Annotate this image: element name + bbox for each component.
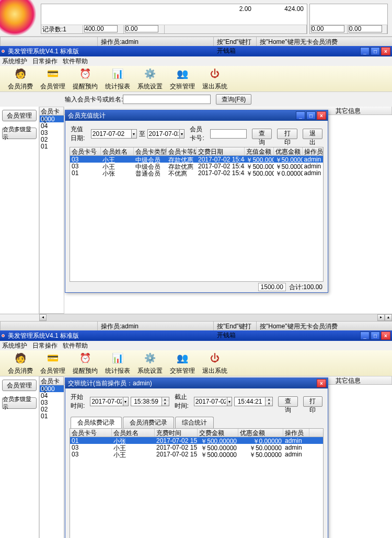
list-item[interactable]: 02 — [40, 136, 64, 143]
toolbar-item[interactable]: 🧑会员消费 — [4, 66, 37, 91]
recharge-grid[interactable]: 会员卡号会员姓名会员卡类型会员卡等级交费日期充值金额优惠金额操作员03小王中级会… — [70, 147, 324, 282]
col-header[interactable]: 会员卡号 — [70, 429, 112, 437]
chevron-down-icon[interactable]: ▾ — [132, 129, 137, 139]
query-button[interactable]: 查询 — [278, 396, 297, 407]
col-header[interactable]: 会员卡号 — [70, 147, 101, 155]
chevron-down-icon[interactable]: ▾ — [227, 397, 232, 406]
list-item[interactable]: 03 — [40, 129, 64, 136]
toolbar-item[interactable]: ⏻退出系统 — [199, 351, 231, 375]
dlg-minimize-button[interactable]: _ — [296, 111, 305, 120]
print-button[interactable]: 打印 — [277, 129, 297, 139]
list-item[interactable]: 0000 — [40, 385, 64, 392]
close-button[interactable]: × — [381, 331, 390, 340]
col-header[interactable]: 交费金额 — [198, 429, 238, 437]
time-down-icon[interactable]: ▾ — [162, 402, 169, 406]
toolbar-item[interactable]: 💳会员管理 — [37, 66, 69, 91]
table-row[interactable]: 03小王2017-07-02 15:43￥500.00000￥50.00000a… — [70, 444, 323, 451]
shift-grid[interactable]: 会员卡号会员姓名充费时间交费金额优惠金额操作员01小张2017-07-02 15… — [70, 428, 324, 538]
sum-a[interactable] — [84, 25, 118, 32]
dlg-maximize-button[interactable]: □ — [306, 111, 316, 120]
side-member-manage[interactable]: 会员管理 — [2, 110, 37, 121]
card-list[interactable]: 会员卡号 0000 04 03 02 01 — [39, 107, 64, 314]
toolbar-item[interactable]: 👥交班管理 — [166, 66, 199, 91]
menu-daily[interactable]: 日常操作 — [32, 57, 57, 66]
search-button[interactable]: 查询(F8) — [216, 94, 251, 105]
scroll-right-icon[interactable]: ▸ — [377, 314, 385, 321]
col-header[interactable]: 会员卡类型 — [134, 147, 167, 155]
table-row[interactable]: 03小王中级会员存款优惠2017-07-02 15:43￥500.00000￥5… — [70, 163, 323, 169]
tab-stats[interactable]: 综合统计 — [175, 417, 214, 428]
time-up-icon[interactable]: ▴ — [266, 397, 272, 402]
toolbar-item[interactable]: 📊统计报表 — [101, 66, 134, 91]
card-input[interactable] — [210, 129, 247, 139]
col-header[interactable]: 会员姓名 — [112, 429, 155, 437]
time-up-icon[interactable]: ▴ — [162, 397, 169, 402]
table-row[interactable]: 01小张普通会员不优惠2017-07-02 15:43￥500.00000￥0.… — [70, 169, 323, 176]
side-member-manage[interactable]: 会员管理 — [2, 380, 37, 391]
side-member-levels[interactable]: 会员多级显示 — [2, 128, 37, 139]
table-row[interactable]: 01小张2017-07-02 15:43￥500.00000￥0.00000ad… — [70, 437, 323, 444]
minimize-button[interactable]: _ — [360, 47, 370, 55]
sum-b[interactable] — [125, 25, 158, 32]
date-from-input[interactable] — [91, 129, 132, 139]
scroll-left-icon[interactable]: ◂ — [39, 314, 47, 321]
menu-system[interactable]: 系统维护 — [2, 57, 27, 66]
query-button[interactable]: 查询 — [252, 129, 272, 139]
maximize-button[interactable]: □ — [371, 331, 380, 340]
dlg-close-button[interactable]: × — [317, 111, 326, 120]
close-button[interactable]: × — [381, 47, 390, 55]
list-item[interactable]: 04 — [40, 122, 64, 129]
scroll-up-icon[interactable]: ▴ — [385, 314, 392, 321]
end-date-input[interactable] — [194, 397, 227, 406]
print-button[interactable]: 打印 — [303, 396, 322, 407]
toolbar-item[interactable]: ⏰提醒预约 — [69, 66, 101, 91]
end-time-input[interactable] — [234, 397, 266, 406]
col-header[interactable]: 交费日期 — [197, 147, 245, 155]
list-item[interactable]: 03 — [40, 399, 64, 406]
table-row[interactable]: 03小王2017-07-02 15:44￥500.00000￥50.00000a… — [70, 451, 323, 457]
maximize-button[interactable]: □ — [371, 47, 380, 55]
menu-help[interactable]: 软件帮助 — [63, 57, 88, 66]
col-header[interactable]: 充费时间 — [155, 429, 198, 437]
side-member-levels[interactable]: 会员多级显示 — [2, 397, 37, 409]
start-time-input[interactable] — [131, 397, 162, 406]
sum-c[interactable] — [311, 25, 344, 32]
chevron-down-icon[interactable]: ▾ — [123, 397, 128, 406]
toolbar-item[interactable]: ⏻退出系统 — [199, 66, 231, 91]
col-header[interactable]: 充值金额 — [245, 147, 273, 155]
time-down-icon[interactable]: ▾ — [266, 402, 272, 406]
exit-button[interactable]: 退出 — [303, 129, 322, 139]
list-item[interactable]: 0000 — [40, 116, 64, 122]
col-header[interactable]: 优惠金额 — [274, 147, 303, 155]
sum-d[interactable] — [349, 25, 382, 32]
card-list[interactable]: 会员卡号 0000 04 03 02 01 — [39, 376, 64, 538]
table-row[interactable]: 03小王中级会员存款优惠2017-07-02 15:44￥500.00000￥5… — [70, 156, 323, 163]
toolbar-item[interactable]: 🧑会员消费 — [4, 351, 37, 375]
toolbar-item[interactable]: 📊统计报表 — [101, 351, 134, 375]
col-header[interactable]: 会员卡等级 — [167, 147, 197, 155]
menu-daily[interactable]: 日常操作 — [32, 341, 57, 350]
list-item[interactable]: 01 — [40, 413, 64, 419]
toolbar-item[interactable]: ⚙️系统设置 — [134, 351, 166, 375]
search-input[interactable] — [123, 95, 211, 104]
list-item[interactable]: 04 — [40, 392, 64, 399]
col-header[interactable]: 操作员 — [283, 429, 309, 437]
toolbar-item[interactable]: 💳会员管理 — [37, 351, 69, 375]
col-header[interactable]: 会员姓名 — [101, 147, 134, 155]
toolbar-item[interactable]: 👥交班管理 — [166, 351, 199, 375]
horizontal-scrollbar[interactable]: ◂ ▸ ▴ — [0, 314, 392, 321]
toolbar-item[interactable]: ⚙️系统设置 — [134, 66, 166, 91]
menu-help[interactable]: 软件帮助 — [63, 341, 88, 350]
dlg-close-button[interactable]: × — [317, 379, 326, 387]
col-header[interactable]: 操作员 — [303, 147, 323, 155]
tab-renew[interactable]: 会员续费记录 — [71, 417, 122, 428]
col-header[interactable]: 优惠金额 — [238, 429, 283, 437]
date-to-input[interactable] — [147, 129, 180, 139]
list-item[interactable]: 02 — [40, 406, 64, 413]
tab-consume[interactable]: 会员消费记录 — [123, 417, 174, 428]
minimize-button[interactable]: _ — [360, 331, 370, 340]
start-date-input[interactable] — [90, 397, 123, 406]
list-item[interactable]: 01 — [40, 143, 64, 150]
toolbar-item[interactable]: ⏰提醒预约 — [69, 351, 101, 375]
chevron-down-icon[interactable]: ▾ — [180, 129, 185, 139]
